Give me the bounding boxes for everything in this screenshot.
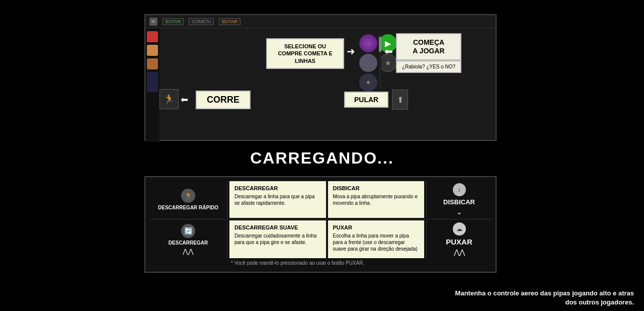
sidebar-icon-blue — [147, 72, 158, 92]
descarregar-suave-box: DESCARREGAR SUAVE Descarregar cuidadosam… — [229, 220, 326, 258]
kite-scrollbar[interactable] — [379, 34, 381, 90]
pular-icon: ⬆ — [392, 90, 408, 110]
puxar-icon: ☁ — [453, 222, 466, 236]
instruction-divider — [149, 219, 492, 219]
sidebar-icons — [145, 28, 159, 142]
descarregar-rapido-label: DESCARREGAR RÁPIDO — [158, 205, 218, 211]
descarregar-chevrons: ⋀⋀ — [183, 248, 194, 255]
descarregar-label: DESCARREGAR — [169, 240, 208, 246]
footer-line1: Mantenha o controle aereo das pipas joga… — [455, 289, 634, 298]
disbicar-info-box: DISBICAR Mova a pipa abruptamente puxand… — [328, 181, 425, 218]
puxar-info-box: PUXAR Escolha a linha para mover a pipa … — [328, 220, 425, 258]
cometa-select-box[interactable]: SELECIONE OU COMPRE COMETA E LINHAS — [266, 38, 344, 69]
puxar-chevrons: ⋀⋀ — [454, 248, 465, 256]
instruction-panel: 🏃 DESCARREGAR RÁPIDO DESCARREGAR Descarr… — [144, 176, 497, 273]
scroll-thumb — [379, 37, 381, 52]
botar-button-1[interactable]: BOTAR — [163, 18, 184, 25]
puxar-info-title: PUXAR — [333, 224, 420, 230]
instruction-row-2: 🔄 DESCARREGAR ⋀⋀ DESCARREGAR SUAVE Desca… — [149, 220, 492, 258]
botar-button-2[interactable]: BOTAR — [219, 18, 240, 25]
disbicar-label: DISBICAR — [443, 198, 475, 206]
descarregar-icon: 🔄 — [181, 224, 195, 238]
descarregar-suave-title: DESCARREGAR SUAVE — [234, 224, 321, 230]
descarregar-info-title: DESCARREGAR — [234, 185, 321, 191]
puxar-right: ☁ PUXAR ⋀⋀ — [426, 220, 492, 258]
cometa-button[interactable]: COMETA — [189, 18, 214, 25]
puxar-label: PUXAR — [446, 238, 472, 246]
comeca-jogar-box[interactable]: COMEÇA A JOGAR — [396, 33, 461, 60]
ik-icon: IK — [149, 18, 157, 26]
kite-icon-bottom[interactable]: ✦ — [359, 73, 377, 92]
disbicar-icon: ↕ — [453, 183, 466, 196]
corre-icon: 🏃 — [159, 89, 179, 109]
descarregar-info-box: DESCARREGAR Descarregar a linha para que… — [229, 181, 326, 218]
top-bar: IK BOTAR COMETA BOTAR — [145, 15, 496, 28]
kite-icon-gray[interactable] — [359, 54, 377, 72]
descarregar-left: 🔄 DESCARREGAR ⋀⋀ — [149, 220, 227, 258]
arrow-right-pular: ➜ — [377, 94, 384, 105]
kite-icons-area: ▶ ★ ✦ — [359, 34, 397, 92]
kite-icon-purple[interactable] — [359, 34, 377, 52]
sidebar-icon-yellow[interactable] — [147, 58, 158, 69]
descarregar-rapido-left: 🏃 DESCARREGAR RÁPIDO — [149, 181, 227, 218]
arrow-left-from-comeca: ⬅ — [384, 45, 393, 57]
arrow-to-kites: ➜ — [347, 45, 355, 57]
sidebar-icon-orange[interactable] — [147, 45, 158, 56]
corre-label: CORRE — [196, 91, 251, 109]
arrow-left-corre: ⬅ — [181, 94, 188, 105]
descarregar-info-text: Descarregar a linha para que a pipa se a… — [234, 193, 321, 206]
footer-text: Mantenha o controle aereo das pipas joga… — [455, 289, 634, 307]
puxar-info-text: Escolha a linha para mover a pipa para a… — [333, 232, 420, 252]
disbicar-right: ↕ DISBICAR ⌄ — [426, 181, 492, 218]
descarregar-suave-text: Descarregar cuidadosamente a linha para … — [234, 232, 321, 246]
disbicar-info-title: DISBICAR — [333, 185, 420, 191]
rabiola-box[interactable]: ¿Rabiola? ¿YES o NO? — [396, 60, 461, 73]
disbicar-info-text: Mova a pipa abruptamente puxando e moven… — [333, 193, 420, 206]
disbicar-chevron-down: ⌄ — [456, 208, 462, 216]
footer-line2: dos outros jogadores. — [455, 298, 634, 307]
game-panel: IK BOTAR COMETA BOTAR SELECIONE OU COMPR… — [144, 14, 497, 141]
sidebar-icon-red[interactable] — [147, 31, 158, 42]
loading-text: CARREGANDO... — [250, 149, 394, 168]
instruction-row-1: 🏃 DESCARREGAR RÁPIDO DESCARREGAR Descarr… — [149, 181, 492, 218]
instruction-note: * Você pode mantê-lo pressionado ao usar… — [149, 258, 492, 268]
descarregar-rapido-icon: 🏃 — [181, 189, 195, 203]
